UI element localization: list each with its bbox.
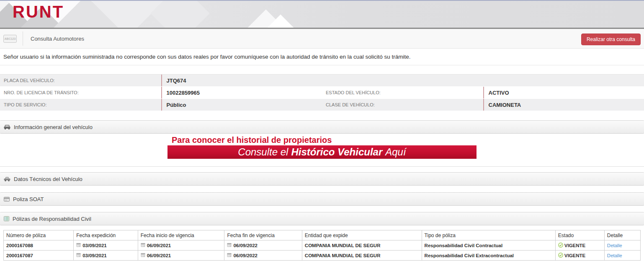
entidad-cell: COMPANIA MUNDIAL DE SEGUR <box>302 251 422 260</box>
card-icon <box>4 197 10 202</box>
section-general-info-label: Información general del vehículo <box>14 124 93 130</box>
section-soat-label: Poliza SOAT <box>13 196 44 202</box>
col-numero: Número de póliza <box>4 230 74 240</box>
detalle-link[interactable]: Detalle <box>607 243 622 248</box>
placa-value: JTQ674 <box>161 75 322 86</box>
banner-text-bold: Histórico Vehicular <box>291 146 382 158</box>
policies-table: Número de póliza Fecha expedición Fecha … <box>3 230 641 261</box>
calendar-icon <box>76 253 81 258</box>
page-title: Consulta Automotores <box>31 36 84 42</box>
col-tipo: Tipo de póliza <box>422 230 556 240</box>
banner-text-suffix: Aquí <box>385 146 406 158</box>
section-civil-policies-label: Pólizas de Responsabilidad Civil <box>13 216 91 222</box>
placa-label: PLACA DEL VEHÍCULO: <box>0 75 161 86</box>
clase-vehiculo-label: CLASE DE VEHÍCULO: <box>322 99 483 111</box>
fecha-expedicion-cell: 03/09/2021 <box>74 251 138 260</box>
fecha-expedicion-value: 03/09/2021 <box>82 243 107 248</box>
col-fecha-inicio: Fecha inicio de vigencia <box>138 230 225 240</box>
tipo-servicio-value: Público <box>161 99 322 111</box>
check-circle-icon <box>558 253 563 258</box>
detalle-cell: Detalle <box>605 251 640 260</box>
fecha-expedicion-cell: 03/09/2021 <box>74 240 138 250</box>
licencia-value: 10022859965 <box>161 87 322 98</box>
empty-cell <box>483 75 644 86</box>
fecha-expedicion-value: 03/09/2021 <box>82 253 107 258</box>
calendar-icon <box>141 243 145 248</box>
section-technical-data-label: Datos Técnicos del Vehículo <box>14 176 82 182</box>
calendar-icon <box>141 253 145 258</box>
vehicle-summary-row: NRO. DE LICENCIA DE TRÁNSITO: 1002285996… <box>0 87 644 98</box>
estado-value: ACTIVO <box>483 87 644 98</box>
policy-number: 2000167087 <box>4 251 74 260</box>
section-general-info[interactable]: Información general del vehículo <box>0 120 644 134</box>
calendar-icon <box>76 243 81 248</box>
estado-label: ESTADO DEL VEHÍCULO: <box>322 87 483 98</box>
new-query-button[interactable]: Realizar otra consulta <box>581 34 641 45</box>
col-entidad: Entidad que expide <box>302 230 422 240</box>
banner-text-prefix: Consulte el <box>238 146 288 158</box>
estado-cell: VIGENTE <box>556 251 605 260</box>
fecha-inicio-value: 06/09/2021 <box>147 253 171 258</box>
license-plate-icon: ABC123 <box>3 35 17 43</box>
detalle-cell: Detalle <box>605 240 640 250</box>
empty-cell <box>322 75 483 86</box>
col-fecha-expedicion: Fecha expedición <box>74 230 138 240</box>
col-fecha-fin: Fecha fin de vigencia <box>224 230 302 240</box>
col-detalle: Detalle <box>605 230 640 240</box>
detalle-link[interactable]: Detalle <box>607 253 622 258</box>
breadcrumb: ABC123 Consulta Automotores Realizar otr… <box>0 29 644 49</box>
fecha-fin-cell: 06/09/2022 <box>224 240 302 250</box>
fecha-inicio-value: 06/09/2021 <box>147 243 171 248</box>
banner-link-bar[interactable]: Consulte el Histórico Vehicular Aquí <box>167 145 477 159</box>
table-row: 2000167087 03/09/2021 06/09/2021 06/09/2… <box>4 251 640 260</box>
estado-value: VIGENTE <box>564 253 585 258</box>
policies-table-header: Número de póliza Fecha expedición Fecha … <box>4 230 640 240</box>
fecha-fin-cell: 06/09/2022 <box>224 251 302 260</box>
tipo-poliza-cell: Responsabilidad Civil Extracontractual <box>422 251 556 260</box>
licencia-label: NRO. DE LICENCIA DE TRÁNSITO: <box>0 87 161 98</box>
fecha-inicio-cell: 06/09/2021 <box>138 240 225 250</box>
col-estado: Estado <box>556 230 605 240</box>
clase-vehiculo-value: CAMIONETA <box>483 99 644 111</box>
header-pattern-diamond <box>150 0 209 29</box>
tipo-servicio-label: TIPO DE SERVICIO: <box>0 99 161 111</box>
breadcrumb-divider <box>23 31 23 46</box>
fecha-fin-value: 06/09/2022 <box>233 243 258 248</box>
user-notice: Señor usuario si la información suminist… <box>0 49 644 65</box>
vehicle-summary-row: TIPO DE SERVICIO: Público CLASE DE VEHÍC… <box>0 99 644 111</box>
app-header: RUNT <box>0 0 644 29</box>
vehicle-summary-grid: PLACA DEL VEHÍCULO: JTQ674 NRO. DE LICEN… <box>0 74 644 111</box>
divider <box>0 166 644 167</box>
runt-logo: RUNT <box>13 3 64 21</box>
historico-vehicular-banner[interactable]: Para conocer el historial de propietario… <box>167 134 477 159</box>
tipo-poliza-cell: Responsabilidad Civil Contractual <box>422 240 556 250</box>
section-technical-data[interactable]: Datos Técnicos del Vehículo <box>0 172 644 186</box>
section-soat[interactable]: Poliza SOAT <box>0 192 644 206</box>
estado-cell: VIGENTE <box>556 240 605 250</box>
banner-heading: Para conocer el historial de propietario… <box>167 134 477 145</box>
fecha-inicio-cell: 06/09/2021 <box>138 251 225 260</box>
table-row: 2000167088 03/09/2021 06/09/2021 06/09/2… <box>4 240 640 251</box>
fecha-fin-value: 06/09/2022 <box>233 253 258 258</box>
list-icon <box>4 216 9 221</box>
estado-value: VIGENTE <box>564 243 585 248</box>
policy-number: 2000167088 <box>4 240 74 250</box>
car-side-icon <box>4 177 10 181</box>
calendar-icon <box>227 243 232 248</box>
vehicle-summary-row: PLACA DEL VEHÍCULO: JTQ674 <box>0 75 644 86</box>
car-front-icon <box>4 124 10 129</box>
check-circle-icon <box>558 243 563 248</box>
entidad-cell: COMPANIA MUNDIAL DE SEGUR <box>302 240 422 250</box>
calendar-icon <box>227 253 232 258</box>
section-civil-policies[interactable]: Pólizas de Responsabilidad Civil <box>0 212 644 225</box>
